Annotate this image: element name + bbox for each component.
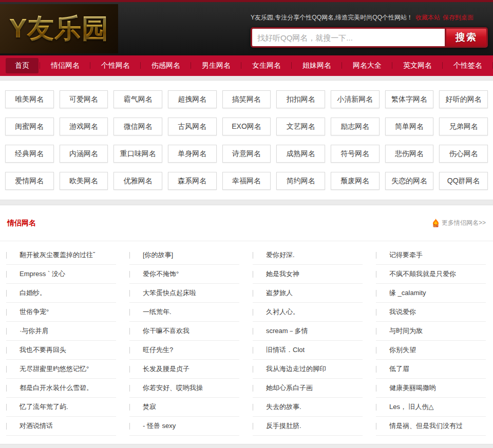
category-button[interactable]: 简约网名 xyxy=(276,172,325,190)
category-button[interactable]: 闺蜜网名 xyxy=(5,118,54,135)
nickname-link[interactable]: 无尽甜蜜里旳悠悠记忆° xyxy=(6,360,116,379)
category-button[interactable]: QQ群网名 xyxy=(439,172,488,190)
nickname-link[interactable]: Les， 旧人伤△ xyxy=(376,398,486,417)
nickname-link[interactable]: 白婚纱。 xyxy=(6,284,116,303)
site-logo[interactable]: Y友乐园 xyxy=(0,4,118,53)
category-button[interactable]: 唯美网名 xyxy=(5,90,54,108)
nickname-link[interactable]: 你干嘛不喜欢我 xyxy=(129,322,239,341)
category-button[interactable]: 重口味网名 xyxy=(113,145,162,163)
nickname-link[interactable]: 旺仔先生? xyxy=(129,341,239,360)
category-button[interactable]: 诗意网名 xyxy=(222,145,271,163)
list-item: 低了眉 xyxy=(370,360,493,379)
nickname-link[interactable]: 情是祸、但是我们没有过 xyxy=(376,417,486,436)
nav-item[interactable]: 男生网名 xyxy=(193,58,240,73)
category-button[interactable]: 成熟网名 xyxy=(276,145,325,163)
nav-item[interactable]: 个性签名 xyxy=(444,58,491,73)
nickname-link[interactable]: 爱你好深. xyxy=(253,246,363,265)
bookmark-link[interactable]: 收藏本站 xyxy=(415,14,440,21)
nickname-link[interactable]: 缘 _calamity xyxy=(376,284,486,303)
category-button[interactable]: 微信网名 xyxy=(113,118,162,135)
nickname-link[interactable]: Empress ` 没心 xyxy=(6,265,116,284)
category-button[interactable]: 小清新网名 xyxy=(331,90,380,108)
category-button[interactable]: 简单网名 xyxy=(385,118,434,135)
search-button[interactable]: 搜索 xyxy=(446,29,486,46)
category-button[interactable]: 搞笑网名 xyxy=(222,90,271,108)
nickname-link[interactable]: scream－多情 xyxy=(253,322,363,341)
nav-item[interactable]: 首页 xyxy=(6,58,39,73)
nickname-link[interactable]: 旧情话．Clot xyxy=(253,341,363,360)
category-button[interactable]: 扣扣网名 xyxy=(276,90,325,108)
nickname-link[interactable]: [你的故事] xyxy=(129,246,239,265)
nickname-link[interactable]: 盗梦旅人 xyxy=(253,284,363,303)
nickname-link[interactable]: 对酒说情话 xyxy=(6,417,116,436)
category-button[interactable]: 失恋的网名 xyxy=(385,172,434,190)
nickname-link[interactable]: 你若安好、哎哟我操 xyxy=(129,379,239,398)
nickname-link[interactable]: 不疯不颠我就是只爱你 xyxy=(376,265,486,284)
category-button[interactable]: 霸气网名 xyxy=(113,90,162,108)
nickname-link[interactable]: 大笨蛋快点起床啦 xyxy=(129,284,239,303)
category-button[interactable]: 悲伤网名 xyxy=(385,145,434,163)
nickname-link[interactable]: 我从海边走过的脚印 xyxy=(253,360,363,379)
nickname-link[interactable]: 失去的故事. xyxy=(253,398,363,417)
list-item: 她是我女神 xyxy=(246,265,370,284)
nickname-link[interactable]: 长发及腰是贞子 xyxy=(129,360,239,379)
category-button[interactable]: 游戏网名 xyxy=(60,118,108,135)
category-button[interactable]: 古风网名 xyxy=(168,118,217,135)
nav-item[interactable]: 个性网名 xyxy=(92,58,139,73)
save-to-desktop-link[interactable]: 保存到桌面 xyxy=(443,14,473,21)
category-button[interactable]: 内涵网名 xyxy=(60,145,108,163)
nickname-link[interactable]: 爱你不掩饰° xyxy=(129,265,239,284)
nickname-link[interactable]: 一纸荒年. xyxy=(129,303,239,322)
nickname-link[interactable]: 她却心系白子画 xyxy=(253,379,363,398)
category-button[interactable]: 单身网名 xyxy=(168,145,217,163)
nickname-link[interactable]: 都是白开水装什么雪碧。 xyxy=(6,379,116,398)
category-button[interactable]: 超拽网名 xyxy=(168,90,217,108)
category-button[interactable]: 兄弟网名 xyxy=(439,118,488,135)
nickname-link[interactable]: 你别失望 xyxy=(376,341,486,360)
nickname-link[interactable]: 我说爱你 xyxy=(376,303,486,322)
nickname-link[interactable]: 世俗争宠° xyxy=(6,303,116,322)
category-button[interactable]: 好听的网名 xyxy=(439,90,488,108)
category-button[interactable]: 欧美网名 xyxy=(60,172,108,190)
nickname-link[interactable]: 记得要牵手 xyxy=(376,246,486,265)
more-link[interactable]: HOT 更多情侣网名>> xyxy=(432,219,486,227)
category-button[interactable]: 经典网名 xyxy=(5,145,54,163)
nickname-link[interactable]: 翻开被灰尘覆盖掉的过往ˇ xyxy=(6,246,116,265)
category-button[interactable]: 励志网名 xyxy=(331,118,380,135)
nickname-link[interactable]: ·与你并肩 xyxy=(6,322,116,341)
category-button[interactable]: EXO网名 xyxy=(222,118,271,135)
nav-item[interactable]: 女生网名 xyxy=(243,58,290,73)
category-button[interactable]: 伤心网名 xyxy=(439,145,488,163)
category-button[interactable]: 爱情网名 xyxy=(5,172,54,190)
nav-item[interactable]: 姐妹网名 xyxy=(293,58,340,73)
category-button[interactable]: 优雅网名 xyxy=(113,172,162,190)
category-button[interactable]: 文艺网名 xyxy=(276,118,325,135)
nickname-link[interactable]: 久衬人心。 xyxy=(253,303,363,322)
category-button[interactable]: 森系网名 xyxy=(168,172,217,190)
nickname-link[interactable]: 她是我女神 xyxy=(253,265,363,284)
category-button[interactable]: 可爱网名 xyxy=(60,90,108,108)
nickname-link[interactable]: 健康美丽喝撒哟 xyxy=(376,379,486,398)
list-item: 爱你好深. xyxy=(246,246,370,265)
nickname-link[interactable]: - 怪兽 sexy xyxy=(129,417,239,436)
nav-item[interactable]: 网名大全 xyxy=(344,58,391,73)
list-item: 我说爱你 xyxy=(370,303,493,322)
category-button[interactable]: 幸福网名 xyxy=(222,172,271,190)
nickname-link[interactable]: 低了眉 xyxy=(376,360,486,379)
nickname-link[interactable]: 与时间为敌 xyxy=(376,322,486,341)
nav-item[interactable]: 伤感网名 xyxy=(142,58,189,73)
nickname-link[interactable]: 反手摸肚脐. xyxy=(253,417,363,436)
list-item: 你别失望 xyxy=(370,341,493,360)
nickname-link[interactable]: 我也不要再回头 xyxy=(6,341,116,360)
category-button[interactable]: 繁体字网名 xyxy=(385,90,434,108)
category-button[interactable]: 颓废网名 xyxy=(331,172,380,190)
nav-item[interactable]: 情侣网名 xyxy=(42,58,89,73)
search-input[interactable] xyxy=(252,29,445,46)
nickname-link[interactable]: 焚寂 xyxy=(129,398,239,417)
category-button[interactable]: 符号网名 xyxy=(331,145,380,163)
list-item: 反手摸肚脐. xyxy=(246,417,370,436)
list-item: 焚寂 xyxy=(123,398,246,417)
nav-item[interactable]: 英文网名 xyxy=(394,58,441,73)
nickname-link[interactable]: 忆了流年荒了屿. xyxy=(6,398,116,417)
list-item: - 怪兽 sexy xyxy=(123,417,246,436)
